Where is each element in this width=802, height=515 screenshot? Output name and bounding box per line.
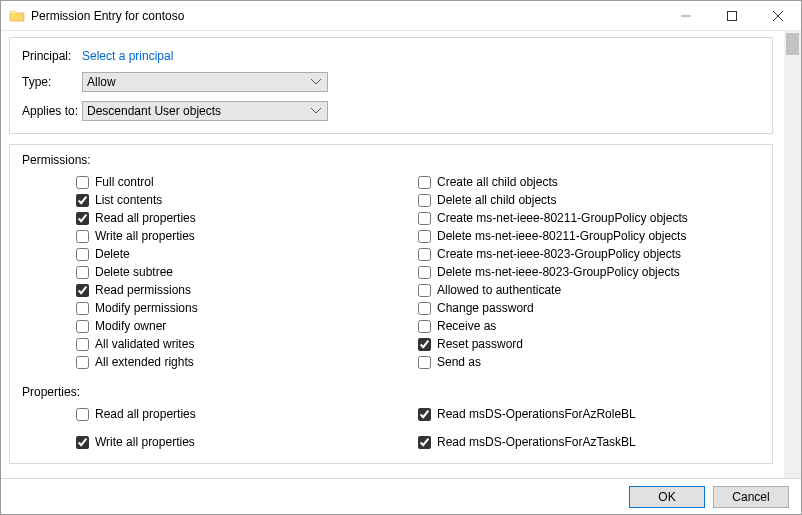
permission-checkbox[interactable]: [418, 176, 431, 189]
minimize-button[interactable]: [663, 1, 709, 31]
cancel-button[interactable]: Cancel: [713, 486, 789, 508]
permission-label: Read all properties: [95, 211, 196, 225]
permission-checkbox[interactable]: [418, 284, 431, 297]
permission-label: Receive as: [437, 319, 496, 333]
permission-label: List contents: [95, 193, 162, 207]
applies-to-label: Applies to:: [22, 104, 82, 118]
ok-button[interactable]: OK: [629, 486, 705, 508]
close-button[interactable]: [755, 1, 801, 31]
property-checkbox[interactable]: [418, 408, 431, 421]
permission-item: Create ms-net-ieee-80211-GroupPolicy obj…: [418, 209, 760, 227]
permission-item: All extended rights: [76, 353, 418, 371]
permission-label: Change password: [437, 301, 534, 315]
property-checkbox[interactable]: [76, 408, 89, 421]
permission-checkbox[interactable]: [418, 212, 431, 225]
permission-label: Reset password: [437, 337, 523, 351]
permission-label: Delete all child objects: [437, 193, 556, 207]
permission-label: Write all properties: [95, 229, 195, 243]
permission-checkbox[interactable]: [418, 356, 431, 369]
permission-label: Read permissions: [95, 283, 191, 297]
permission-item: Write all properties: [76, 227, 418, 245]
property-label: Read all properties: [95, 407, 196, 421]
permission-item: Delete: [76, 245, 418, 263]
type-label: Type:: [22, 75, 82, 89]
permission-checkbox[interactable]: [76, 230, 89, 243]
permission-label: Full control: [95, 175, 154, 189]
permission-item: Delete subtree: [76, 263, 418, 281]
permission-item: Send as: [418, 353, 760, 371]
property-checkbox[interactable]: [418, 436, 431, 449]
permission-checkbox[interactable]: [418, 230, 431, 243]
permission-label: Create all child objects: [437, 175, 558, 189]
permission-checkbox[interactable]: [76, 248, 89, 261]
button-bar: OK Cancel: [1, 478, 801, 514]
permissions-label: Permissions:: [22, 153, 760, 167]
applies-to-select[interactable]: Descendant User objects: [82, 101, 328, 121]
property-checkbox[interactable]: [76, 436, 89, 449]
property-label: Read msDS-OperationsForAzTaskBL: [437, 435, 636, 449]
permission-item: Modify permissions: [76, 299, 418, 317]
principal-label: Principal:: [22, 49, 82, 63]
permission-item: Read all properties: [76, 209, 418, 227]
property-item: Read all properties: [76, 405, 418, 423]
property-item: Read msDS-OperationsForAzTaskBL: [418, 433, 760, 451]
permission-label: Send as: [437, 355, 481, 369]
permission-item: Allowed to authenticate: [418, 281, 760, 299]
permission-checkbox[interactable]: [76, 194, 89, 207]
permission-checkbox[interactable]: [76, 320, 89, 333]
folder-icon: [9, 8, 25, 24]
permission-item: Create ms-net-ieee-8023-GroupPolicy obje…: [418, 245, 760, 263]
properties-label: Properties:: [22, 385, 760, 399]
permissions-panel: Permissions: Full controlList contentsRe…: [9, 144, 773, 464]
permission-checkbox[interactable]: [76, 356, 89, 369]
property-item: Write all properties: [76, 433, 418, 451]
permission-label: Modify permissions: [95, 301, 198, 315]
permission-checkbox[interactable]: [76, 284, 89, 297]
properties-grid: Read all propertiesWrite all properties …: [76, 405, 760, 451]
permission-label: Delete subtree: [95, 265, 173, 279]
permission-checkbox[interactable]: [418, 248, 431, 261]
permission-checkbox[interactable]: [76, 266, 89, 279]
permission-item: Delete ms-net-ieee-80211-GroupPolicy obj…: [418, 227, 760, 245]
select-principal-link[interactable]: Select a principal: [82, 49, 173, 63]
permission-checkbox[interactable]: [418, 302, 431, 315]
permission-label: Delete ms-net-ieee-80211-GroupPolicy obj…: [437, 229, 686, 243]
permission-label: All validated writes: [95, 337, 194, 351]
permission-checkbox[interactable]: [418, 194, 431, 207]
window-controls: [663, 1, 801, 30]
permission-item: Full control: [76, 173, 418, 191]
permission-label: Create ms-net-ieee-8023-GroupPolicy obje…: [437, 247, 681, 261]
permission-label: Modify owner: [95, 319, 166, 333]
property-label: Write all properties: [95, 435, 195, 449]
permission-label: Create ms-net-ieee-80211-GroupPolicy obj…: [437, 211, 688, 225]
permission-checkbox[interactable]: [418, 338, 431, 351]
permission-item: Modify owner: [76, 317, 418, 335]
svg-rect-1: [728, 12, 737, 21]
permission-checkbox[interactable]: [418, 266, 431, 279]
permission-item: List contents: [76, 191, 418, 209]
permission-item: All validated writes: [76, 335, 418, 353]
permission-item: Delete ms-net-ieee-8023-GroupPolicy obje…: [418, 263, 760, 281]
window-title: Permission Entry for contoso: [31, 9, 184, 23]
permission-label: Delete ms-net-ieee-8023-GroupPolicy obje…: [437, 265, 680, 279]
titlebar: Permission Entry for contoso: [1, 1, 801, 31]
permission-label: All extended rights: [95, 355, 194, 369]
permissions-grid: Full controlList contentsRead all proper…: [76, 173, 760, 371]
permission-item: Change password: [418, 299, 760, 317]
permission-checkbox[interactable]: [76, 338, 89, 351]
permission-checkbox[interactable]: [76, 176, 89, 189]
permission-label: Allowed to authenticate: [437, 283, 561, 297]
property-item: Read msDS-OperationsForAzRoleBL: [418, 405, 760, 423]
permission-checkbox[interactable]: [418, 320, 431, 333]
client-area: Principal: Select a principal Type: Allo…: [1, 31, 801, 478]
permission-item: Delete all child objects: [418, 191, 760, 209]
permission-item: Create all child objects: [418, 173, 760, 191]
permission-label: Delete: [95, 247, 130, 261]
maximize-button[interactable]: [709, 1, 755, 31]
permission-item: Receive as: [418, 317, 760, 335]
property-label: Read msDS-OperationsForAzRoleBL: [437, 407, 636, 421]
permission-checkbox[interactable]: [76, 302, 89, 315]
permission-item: Read permissions: [76, 281, 418, 299]
type-select[interactable]: Allow: [82, 72, 328, 92]
permission-checkbox[interactable]: [76, 212, 89, 225]
